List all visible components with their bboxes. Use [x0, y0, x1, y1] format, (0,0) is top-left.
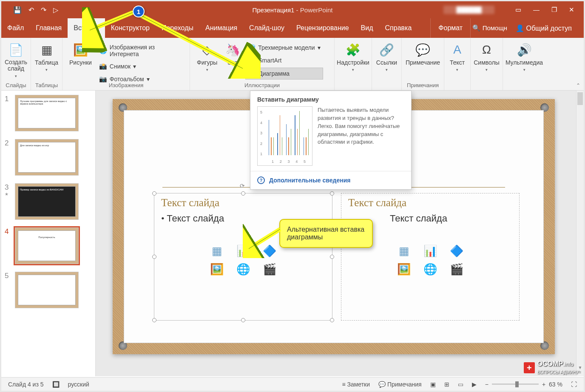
- links-button[interactable]: 🔗Ссылки: [374, 40, 400, 74]
- zoom-out-icon[interactable]: −: [485, 381, 488, 388]
- insert-video-icon[interactable]: 🎬: [448, 263, 466, 276]
- group-images-label: Изображения: [62, 82, 190, 88]
- smartart-button[interactable]: 🔲SmartArt: [245, 55, 323, 66]
- account-area[interactable]: ██████: [443, 6, 494, 13]
- save-icon[interactable]: 💾: [13, 6, 22, 14]
- selection-handle[interactable]: [152, 255, 156, 259]
- vertical-scrollbar[interactable]: ▼≡: [576, 91, 584, 376]
- thumb-1-preview: Лучшие программы для записи видео с экра…: [18, 98, 76, 128]
- insert-table-icon[interactable]: ▦: [395, 244, 413, 258]
- new-slide-label: Создать слайд: [5, 59, 27, 72]
- insert-online-picture-icon[interactable]: 🌐: [421, 263, 439, 276]
- normal-view-icon[interactable]: ▣: [430, 381, 436, 388]
- insert-video-icon[interactable]: 🎬: [261, 263, 278, 276]
- screenshot-icon: 📸: [99, 62, 107, 70]
- placeholder-title-left[interactable]: Текст слайда: [161, 197, 325, 209]
- tooltip-more-label: Дополнительные сведения: [269, 177, 350, 184]
- tab-file[interactable]: Файл: [1, 18, 30, 38]
- zoom-in-icon[interactable]: +: [542, 381, 545, 388]
- zoom-value[interactable]: 63 %: [549, 381, 562, 388]
- selection-handle[interactable]: [330, 318, 334, 322]
- chart-icon: 📊: [248, 70, 256, 77]
- tooltip-more-link[interactable]: ? Дополнительные сведения: [250, 171, 411, 189]
- icons-button[interactable]: 🦄 Зна: [222, 40, 243, 68]
- redo-icon[interactable]: ↷: [41, 6, 46, 14]
- comment-button[interactable]: 💬Примечание: [403, 40, 443, 68]
- content-placeholder-left[interactable]: ⟳ Текст слайда • Текст слайда ▦ 📊 🔷 🖼️ 🌐…: [154, 193, 332, 321]
- collapse-ribbon-icon[interactable]: ⌃: [576, 82, 580, 88]
- spellcheck-icon[interactable]: 🔲: [52, 381, 60, 388]
- selection-handle[interactable]: [330, 255, 334, 259]
- tab-home[interactable]: Главная: [30, 18, 68, 38]
- shapes-button[interactable]: ◇ Фигуры: [194, 40, 220, 74]
- 3d-models-button[interactable]: 🧊Трехмерные модели ▾: [245, 42, 323, 53]
- symbols-button[interactable]: ΩСимволы: [471, 40, 502, 74]
- reading-view-icon[interactable]: ▭: [458, 381, 463, 388]
- table-button[interactable]: ▦ Таблица: [32, 40, 61, 74]
- notes-button[interactable]: ≡ Заметки: [342, 381, 370, 388]
- app-name: PowerPoint: [300, 6, 333, 14]
- thumb-row-5[interactable]: 5: [5, 272, 92, 308]
- symbols-icon: Ω: [479, 42, 494, 57]
- insert-online-picture-icon[interactable]: 🌐: [234, 263, 252, 276]
- selection-handle[interactable]: [241, 191, 245, 196]
- content-placeholder-right[interactable]: Текст слайда Текст слайда ▦ 📊 🔷 🖼️ 🌐 🎬: [341, 193, 520, 321]
- tell-me-search[interactable]: 🔍 Помощн: [472, 24, 507, 32]
- insert-smartart-icon[interactable]: 🔷: [261, 244, 278, 258]
- document-name: Презентация1: [252, 6, 294, 14]
- chart-tooltip-panel: Вставить диаграмму 12345 12345 Пытаетесь…: [250, 91, 412, 190]
- slideshow-view-icon[interactable]: ▶: [472, 381, 477, 388]
- online-pictures-button[interactable]: 🌐Изображения из Интернета: [97, 42, 185, 59]
- selection-handle[interactable]: [152, 318, 156, 322]
- restore-icon[interactable]: ❐: [551, 6, 557, 14]
- thumb-4-preview: Популярность: [18, 230, 76, 261]
- tooltip-title: Вставить диаграмму: [250, 91, 411, 106]
- slide-thumbnails-panel[interactable]: 1Лучшие программы для записи видео с экр…: [1, 91, 96, 376]
- insert-chart-icon[interactable]: 📊: [421, 244, 439, 258]
- symbols-label: Символы: [474, 59, 500, 66]
- ribbon-display-icon[interactable]: ▭: [515, 6, 521, 14]
- comments-button[interactable]: 💬 Примечания: [378, 381, 422, 388]
- scroll-thumb[interactable]: [577, 92, 583, 105]
- undo-icon[interactable]: ↶: [28, 6, 34, 14]
- media-button[interactable]: 🔊Мультимедиа: [503, 40, 545, 74]
- thumb-row-2[interactable]: 2Для записи видео из игр: [5, 139, 92, 176]
- zoom-slider[interactable]: − + 63 %: [485, 381, 562, 388]
- minimize-icon[interactable]: —: [533, 6, 540, 14]
- thumb-row-4[interactable]: 4Популярность: [5, 227, 92, 264]
- thumb-row-1[interactable]: 1Лучшие программы для записи видео с экр…: [5, 95, 92, 131]
- sorter-view-icon[interactable]: ⊞: [444, 381, 449, 388]
- insert-picture-icon[interactable]: 🖼️: [395, 263, 413, 276]
- text-button[interactable]: AТекст: [447, 40, 468, 74]
- slide-count-label: Слайд 4 из 5: [8, 381, 44, 388]
- tab-help[interactable]: Справка: [379, 18, 418, 38]
- start-slideshow-icon[interactable]: ▷: [53, 6, 58, 14]
- tab-view[interactable]: Вид: [355, 18, 379, 38]
- tab-animations[interactable]: Анимация: [199, 18, 243, 38]
- new-slide-button[interactable]: 📄 Создать слайд: [2, 40, 30, 80]
- tab-format[interactable]: Формат: [430, 18, 471, 38]
- close-icon[interactable]: ✕: [569, 6, 574, 14]
- insert-table-icon[interactable]: ▦: [208, 244, 226, 258]
- share-button[interactable]: 👤 Общий доступ: [516, 24, 572, 32]
- placeholder-title-right[interactable]: Текст слайда: [348, 197, 512, 209]
- thumb-row-3[interactable]: 3★Пример записи видео из BANDICAM: [5, 183, 92, 220]
- selection-handle[interactable]: [241, 318, 245, 322]
- tab-design[interactable]: Конструктор: [105, 18, 156, 38]
- chart-button[interactable]: 📊Диаграмма: [245, 68, 323, 80]
- tab-insert[interactable]: Вставка: [68, 18, 105, 38]
- selection-handle[interactable]: [152, 191, 156, 196]
- fit-to-window-icon[interactable]: ⛶: [571, 381, 577, 388]
- tab-slideshow[interactable]: Слайд-шоу: [243, 18, 290, 38]
- rotate-handle-icon[interactable]: ⟳: [240, 182, 245, 189]
- selection-handle[interactable]: [330, 191, 334, 196]
- screenshot-button[interactable]: 📸Снимок ▾: [97, 61, 185, 72]
- tab-transitions[interactable]: Переходы: [156, 18, 199, 38]
- language-label[interactable]: русский: [68, 381, 89, 388]
- insert-smartart-icon[interactable]: 🔷: [448, 244, 466, 258]
- addins-button[interactable]: 🧩Надстройки: [334, 40, 372, 74]
- tab-review[interactable]: Рецензирование: [290, 18, 355, 38]
- insert-chart-icon[interactable]: 📊: [234, 244, 252, 258]
- insert-picture-icon[interactable]: 🖼️: [208, 263, 226, 276]
- pictures-button[interactable]: 🖼️ Рисунки: [67, 40, 94, 68]
